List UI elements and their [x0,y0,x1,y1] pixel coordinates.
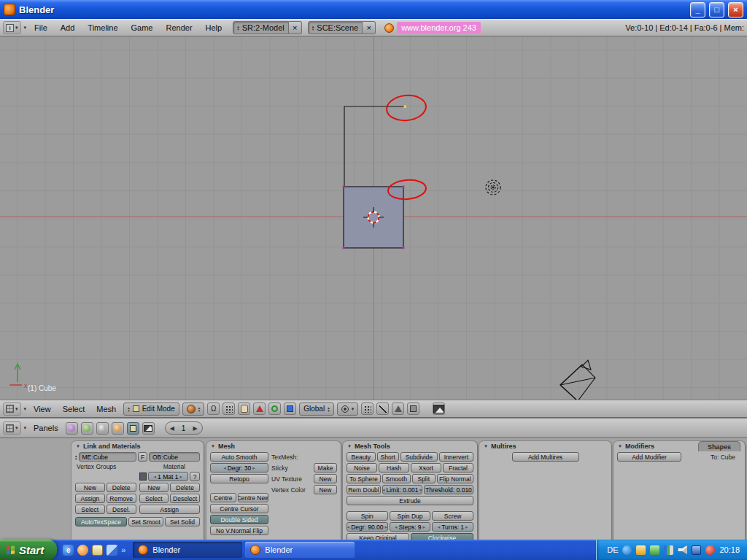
material-assign-button[interactable]: Assign [139,505,201,514]
quick-launch-overflow-icon[interactable]: » [121,545,125,554]
editing-context-button[interactable] [127,422,139,435]
face-select-mode[interactable] [392,402,404,415]
spin-button[interactable]: Spin [347,511,388,521]
snap-grid-button[interactable] [222,402,235,415]
scene-delete-button[interactable]: × [363,21,376,34]
panel-header[interactable]: ▼ Modifiers Shapes [614,441,745,451]
screen-delete-button[interactable]: × [289,21,302,34]
vertex[interactable] [343,186,345,188]
threshold-field[interactable]: Threshold: 0.010 [424,485,473,494]
close-button[interactable]: × [728,2,743,18]
vgroup-assign-button[interactable]: Assign [75,494,105,503]
vgroup-delete-button[interactable]: Delete [107,483,136,492]
editor-type-selector[interactable]: ▾ [3,421,21,435]
steps-field[interactable]: Steps: 9 [390,522,431,532]
pivot-point-selector[interactable]: Ω [207,402,220,415]
auto-smooth-toggle[interactable]: Auto Smooth [210,452,268,462]
add-modifier-button[interactable]: Add Modifier [617,452,681,462]
screen-selector[interactable]: ▴▾ SR:2-Model × [233,21,302,34]
selected-vertex[interactable] [404,106,406,108]
tab-shapes[interactable]: Shapes [698,441,740,451]
menu-game[interactable]: Game [126,22,158,34]
set-solid-button[interactable]: Set Solid [165,517,200,526]
xsort-button[interactable]: Xsort [411,463,441,472]
logic-context-button[interactable] [66,422,78,435]
window-titlebar[interactable]: Blender _ □ × [0,0,747,19]
shield-icon[interactable] [636,545,646,555]
shading-context-button[interactable] [96,422,109,435]
draw-type-selector[interactable]: ▴▾ [182,402,205,416]
menu-select[interactable]: Select [58,405,90,413]
hash-button[interactable]: Hash [379,463,409,472]
vertex[interactable] [343,247,345,249]
panel-header[interactable]: ▼ Multires [479,441,611,451]
subdivide-button[interactable]: Subdivide [400,452,438,462]
menu-view[interactable]: View [29,405,55,413]
limit-field[interactable]: Limit: 0.001 [382,485,422,494]
menu-panels[interactable]: Panels [29,424,63,432]
menu-help[interactable]: Help [201,22,228,34]
panel-header[interactable]: ▼ Mesh [206,441,341,451]
viewport-3d[interactable]: x (1) Cube [0,36,747,400]
manipulator-rotate[interactable] [268,402,281,415]
to-sphere-button[interactable]: To Sphere [347,474,381,483]
viewport-canvas[interactable]: x (1) Cube [0,36,747,400]
smooth-button[interactable]: Smooth [382,474,411,483]
uv-texture-new-button[interactable]: New [314,474,337,483]
scene-selector[interactable]: ▴▾ SCE:Scene × [308,21,376,34]
centre-cursor-button[interactable]: Centre Cursor [210,504,268,513]
window-type-selector[interactable]: i ▾ [3,21,21,34]
header-collapse-icon[interactable]: ▾ [24,25,27,31]
edge-select-mode[interactable] [376,402,389,415]
firefox-icon[interactable] [77,545,88,556]
frame-prev-icon[interactable]: ◀ [170,425,174,432]
vertex[interactable] [403,186,405,188]
material-delete-button[interactable]: Delete [170,483,200,492]
maximize-button[interactable]: □ [709,2,724,18]
vgroup-new-button[interactable]: New [75,483,105,492]
vgroup-deselect-button[interactable]: Desel. [107,505,136,514]
keep-original-toggle[interactable]: Keep Original [347,533,409,540]
vertex-select-mode[interactable] [361,402,374,415]
clockwise-toggle[interactable]: Clockwise [411,533,473,540]
menu-timeline[interactable]: Timeline [82,22,123,34]
manipulator-translate[interactable] [253,402,266,415]
material-color-swatch[interactable] [139,472,147,481]
chart-icon[interactable] [664,545,673,555]
frame-next-icon[interactable]: ▶ [193,425,197,432]
screw-button[interactable]: Screw [432,511,473,521]
scene-context-button[interactable] [142,422,155,435]
extrude-button[interactable]: Extrude [347,496,473,505]
noise-button[interactable]: Noise [347,463,377,472]
no-vnormal-flip-toggle[interactable]: No V.Normal Flip [210,526,268,535]
menu-add[interactable]: Add [55,22,80,34]
header-collapse-icon[interactable]: ▾ [24,425,27,431]
menu-file[interactable]: File [29,22,53,34]
email-icon[interactable] [92,545,103,556]
retopo-toggle[interactable]: Retopo [210,474,268,483]
internet-explorer-icon[interactable]: e [63,545,74,556]
vgroup-remove-button[interactable]: Remove [107,494,136,503]
material-index-field[interactable]: 1 Mat 1 [148,472,189,481]
fractal-button[interactable]: Fractal [443,463,473,472]
turns-field[interactable]: Turns: 1 [432,522,473,532]
update-icon[interactable] [622,545,632,555]
mesh-name-field[interactable]: ME:Cube [79,452,136,462]
material-select-button[interactable]: Select [139,494,169,503]
material-new-button[interactable]: New [139,483,169,492]
set-smooth-button[interactable]: Set Smoot [128,517,163,526]
centre-new-button[interactable]: Centre New [238,493,268,502]
occlude-geometry-toggle[interactable] [407,402,419,415]
editor-type-selector[interactable]: ▾ [3,402,21,416]
manipulator-scale[interactable] [284,402,296,415]
orientation-selector[interactable]: Global ▴▾ [299,402,333,416]
object-context-button[interactable] [112,422,124,435]
object-name-field[interactable]: OB:Cube [149,452,200,462]
mode-selector[interactable]: ▴▾ Edit Mode [123,402,179,416]
volume-icon[interactable] [678,545,687,555]
taskbar-button-blender-2[interactable]: Blender [245,542,355,558]
script-context-button[interactable] [81,422,93,435]
menu-mesh[interactable]: Mesh [92,405,120,413]
header-collapse-icon[interactable]: ▾ [24,406,27,412]
render-preview-button[interactable] [433,402,445,415]
